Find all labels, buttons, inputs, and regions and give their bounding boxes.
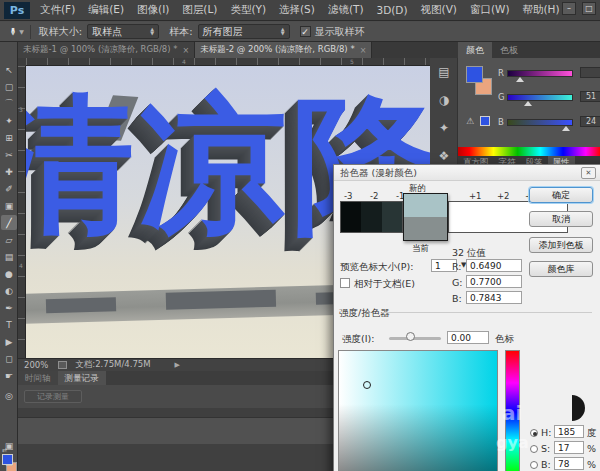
styles-panel-icon[interactable]: ▤	[434, 62, 454, 82]
menu-edit[interactable]: 编辑(E)	[88, 3, 124, 17]
menu-layer[interactable]: 图层(L)	[182, 3, 217, 17]
g-slider-thumb[interactable]	[524, 101, 532, 106]
b-slider-thumb[interactable]	[562, 126, 570, 131]
g-slider[interactable]	[507, 94, 573, 101]
healing-brush-tool[interactable]: ✚	[1, 164, 17, 179]
intensity-slider[interactable]	[389, 337, 441, 340]
current-color-swatch[interactable]	[404, 217, 447, 240]
menu-3d[interactable]: 3D(D)	[376, 4, 407, 16]
tab-measurement-log[interactable]: 测量记录	[58, 371, 106, 385]
add-to-swatches-button[interactable]: 添加到色板	[529, 237, 593, 253]
marquee-tool[interactable]: ▢	[1, 79, 17, 94]
b-slider[interactable]	[507, 119, 573, 126]
sample-label: 样本:	[169, 25, 192, 39]
new-current-swatch	[403, 193, 448, 241]
hue-radio[interactable]	[530, 429, 538, 437]
type-tool[interactable]: T	[1, 317, 17, 332]
tab-swatches[interactable]: 色板	[492, 42, 526, 58]
r-value-field[interactable]	[580, 67, 600, 78]
adjustments-panel-icon[interactable]: ◑	[434, 90, 454, 110]
b32-field[interactable]: 0.7843	[466, 291, 522, 304]
brightness-field[interactable]: 78	[554, 457, 584, 470]
slice-tool[interactable]: ✂	[1, 147, 17, 162]
brightness-unit: %	[587, 459, 596, 470]
r32-field[interactable]: 0.6490	[466, 259, 522, 272]
gamut-warning-icon[interactable]: ⚠	[466, 116, 474, 126]
sample-size-dropdown[interactable]: 取样点	[87, 24, 159, 39]
brush-tool[interactable]: ✐	[1, 181, 17, 196]
hue-field[interactable]: 185	[554, 425, 584, 438]
blur-tool[interactable]: ●	[1, 266, 17, 281]
tab-color[interactable]: 颜色	[458, 42, 492, 58]
menu-filter[interactable]: 滤镜(T)	[328, 3, 364, 17]
saturation-field[interactable]: 17	[554, 441, 584, 454]
b-value-field[interactable]: 24	[580, 116, 600, 127]
exposure-cell[interactable]	[341, 202, 361, 232]
quick-mask-icon[interactable]: ▣	[1, 438, 17, 453]
tab-timeline[interactable]: 时间轴	[18, 371, 58, 385]
menu-view[interactable]: 视图(V)	[421, 3, 457, 17]
zoom-tool[interactable]: ◎	[1, 388, 17, 403]
show-ring-checkbox[interactable]: ✓	[300, 26, 311, 37]
crop-tool[interactable]: ⊞	[1, 130, 17, 145]
record-measurements-button[interactable]: 记录测量	[24, 390, 82, 403]
tool-preset-arrow-icon[interactable]: ▼	[19, 28, 24, 35]
g-value-field[interactable]: 51	[580, 91, 600, 102]
hue-label: H:	[541, 427, 551, 438]
menu-select[interactable]: 选择(S)	[279, 3, 315, 17]
sample-size-value: 取样点	[92, 25, 122, 39]
foreground-color-swatch[interactable]	[466, 66, 483, 83]
gamut-color-swatch[interactable]	[480, 116, 490, 126]
tab-untitled-2[interactable]: 未标题-2 @ 200% (清凉降价, RGB/8) * ×	[195, 42, 372, 58]
eraser-tool[interactable]: ▱	[1, 232, 17, 247]
status-arrow-icon[interactable]: ▶	[175, 361, 180, 369]
intensity-field[interactable]: 0.00	[447, 331, 489, 344]
intensity-slider-thumb[interactable]	[406, 332, 415, 341]
dialog-close-icon[interactable]: ✕	[581, 167, 596, 179]
tab-close-icon[interactable]: ×	[182, 46, 189, 55]
r-slider[interactable]	[507, 70, 573, 77]
r-slider-thumb[interactable]	[516, 77, 524, 82]
shape-tool[interactable]: ◻	[1, 351, 17, 366]
path-selection-tool[interactable]: ▶	[1, 334, 17, 349]
clone-stamp-tool[interactable]: ▣	[1, 198, 17, 213]
saturation-brightness-field[interactable]	[338, 350, 498, 471]
menu-type[interactable]: 类型(Y)	[230, 3, 266, 17]
r-slider-label: R	[498, 68, 507, 78]
sample-dropdown[interactable]: 所有图层	[198, 24, 290, 39]
eyedropper-tool[interactable]: ╱	[1, 215, 17, 230]
maximize-button[interactable]: □	[582, 2, 596, 15]
dodge-tool[interactable]: ◐	[1, 283, 17, 298]
exposure-strip-dark[interactable]	[340, 201, 403, 233]
zoom-level[interactable]: 200%	[24, 360, 48, 370]
gradient-tool[interactable]: ▤	[1, 249, 17, 264]
effects-panel-icon[interactable]: ✦	[434, 118, 454, 138]
menu-window[interactable]: 窗口(W)	[470, 3, 510, 17]
lasso-tool[interactable]: ⌒	[1, 96, 17, 111]
ok-button[interactable]: 确定	[529, 187, 593, 203]
foreground-color-swatch[interactable]	[2, 454, 13, 465]
brush-panel-icon[interactable]: ❖	[434, 146, 454, 166]
pen-tool[interactable]: ✒	[1, 300, 17, 315]
minimize-button[interactable]: –	[562, 2, 576, 15]
magic-wand-tool[interactable]: ✦	[1, 113, 17, 128]
dialog-title[interactable]: 拾色器 (漫射颜色)	[334, 165, 600, 181]
menu-image[interactable]: 图像(I)	[137, 3, 169, 17]
tab-untitled-1[interactable]: 未标题-1 @ 100% (清凉降价, RGB/8) * ×	[18, 42, 195, 58]
g32-field[interactable]: 0.7700	[466, 275, 522, 288]
menu-file[interactable]: 文件(F)	[40, 3, 75, 17]
color-field-marker[interactable]	[363, 381, 371, 389]
hand-tool[interactable]: ☛	[1, 368, 17, 383]
menu-help[interactable]: 帮助(H)	[523, 3, 560, 17]
cancel-button[interactable]: 取消	[529, 211, 593, 227]
g-slider-label: G	[498, 92, 507, 102]
eyedropper-icon[interactable]: ✒	[6, 27, 19, 36]
saturation-radio[interactable]	[530, 445, 538, 453]
color-library-button[interactable]: 颜色库	[529, 261, 593, 277]
exposure-cell[interactable]	[361, 202, 381, 232]
tab-close-icon[interactable]: ×	[360, 46, 367, 55]
move-tool[interactable]: ↖	[1, 62, 17, 77]
relative-to-document-checkbox[interactable]	[340, 278, 350, 288]
exposure-cell[interactable]	[382, 202, 402, 232]
brightness-radio[interactable]	[530, 461, 538, 469]
